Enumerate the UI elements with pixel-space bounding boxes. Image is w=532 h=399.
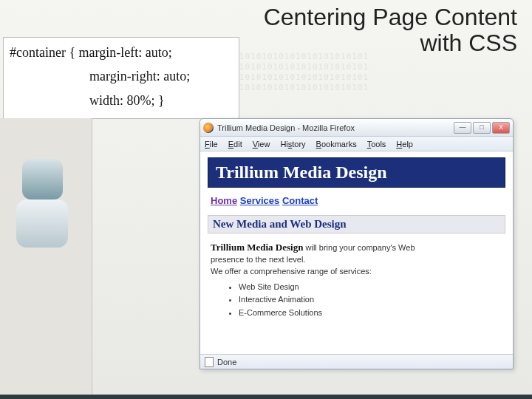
lead-line3: We offer a comprehensive range of servic… — [211, 267, 372, 276]
lead-bold: Trillium Media Design — [211, 242, 303, 253]
maximize-button[interactable]: □ — [473, 122, 491, 134]
lead-line2: presence to the next level. — [211, 255, 305, 264]
menu-tools[interactable]: Tools — [367, 140, 386, 149]
slide-bottom-bar — [0, 395, 532, 399]
nav-link-contact[interactable]: Contact — [282, 195, 318, 206]
slide-title-line2: with CSS — [264, 30, 517, 56]
menu-file[interactable]: File — [205, 140, 218, 149]
status-text: Done — [217, 358, 236, 366]
page-nav: Home Services Contact — [208, 188, 505, 214]
menu-edit[interactable]: Edit — [228, 140, 242, 149]
code-line-1: #container { margin-left: auto; — [10, 41, 233, 64]
code-line-2: margin-right: auto; — [10, 64, 233, 88]
page-content: Trillium Media Design Home Services Cont… — [208, 157, 505, 348]
page-banner: Trillium Media Design — [208, 157, 505, 188]
browser-titlebar: Trillium Media Design - Mozilla Firefox … — [200, 119, 513, 137]
firefox-browser-window: Trillium Media Design - Mozilla Firefox … — [200, 118, 514, 369]
document-icon — [205, 357, 214, 367]
decor-blob-2 — [16, 200, 68, 248]
page-subheading: New Media and Web Design — [208, 215, 505, 233]
minimize-button[interactable]: — — [454, 122, 471, 134]
slide-title-line1: Centering Page Content — [264, 4, 517, 30]
list-item: E-Commerce Solutions — [239, 307, 502, 318]
browser-statusbar: Done — [200, 354, 513, 369]
nav-link-home[interactable]: Home — [211, 195, 237, 206]
close-button[interactable]: X — [492, 122, 510, 134]
menu-bookmarks[interactable]: Bookmarks — [316, 140, 357, 149]
slide-left-decoration — [0, 118, 92, 399]
menu-history[interactable]: History — [280, 140, 305, 149]
services-list: Web Site Design Interactive Animation E-… — [239, 282, 502, 318]
menu-help[interactable]: Help — [396, 140, 413, 149]
decor-blob-1 — [22, 159, 63, 200]
list-item: Interactive Animation — [239, 294, 502, 305]
css-code-snippet: #container { margin-left: auto; margin-r… — [3, 37, 239, 119]
slide-title: Centering Page Content with CSS — [264, 4, 517, 56]
lead-rest: will bring your company's Web — [303, 243, 415, 252]
browser-menubar: File Edit View History Bookmarks Tools H… — [200, 137, 513, 151]
nav-link-services[interactable]: Services — [240, 195, 280, 206]
browser-title-text: Trillium Media Design - Mozilla Firefox — [217, 123, 355, 132]
menu-view[interactable]: View — [253, 140, 270, 149]
page-body: Trillium Media Design will bring your co… — [208, 233, 505, 323]
browser-viewport: Trillium Media Design Home Services Cont… — [200, 151, 513, 354]
code-line-3: width: 80%; } — [10, 89, 233, 112]
firefox-icon — [203, 123, 214, 133]
window-controls: — □ X — [454, 122, 510, 134]
list-item: Web Site Design — [239, 282, 502, 293]
